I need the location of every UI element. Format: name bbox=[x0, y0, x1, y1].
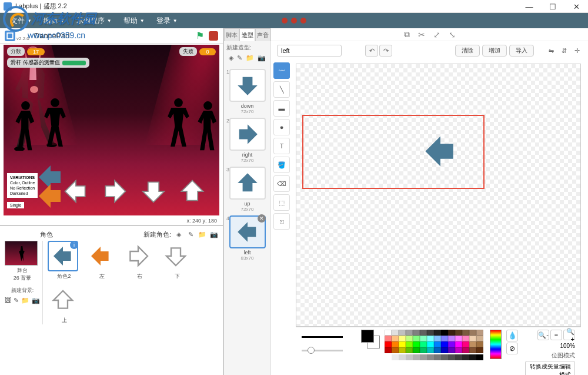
sprite-item-上[interactable]: i上 bbox=[48, 285, 81, 324]
eyedropper-icon[interactable]: 💧 bbox=[506, 330, 518, 341]
maximize-button[interactable]: ☐ bbox=[541, 0, 564, 13]
tab-scripts[interactable]: 脚本 bbox=[224, 28, 239, 41]
new-sprite-label: 新建角色: bbox=[143, 230, 171, 239]
convert-vector-button[interactable]: 转换成矢量编辑模式 bbox=[525, 361, 575, 375]
eraser-tool[interactable]: ⌫ bbox=[273, 175, 290, 192]
bg-camera-icon[interactable]: 📷 bbox=[32, 297, 40, 304]
color-swatch[interactable] bbox=[361, 330, 380, 349]
brush-size-slider[interactable] bbox=[302, 350, 354, 351]
svg-rect-0 bbox=[7, 33, 13, 39]
paint-canvas[interactable] bbox=[296, 64, 581, 327]
window-dots bbox=[282, 18, 306, 24]
brush-size-control bbox=[302, 330, 354, 351]
fullscreen-icon[interactable] bbox=[5, 31, 15, 41]
minimize-button[interactable]: — bbox=[517, 0, 541, 13]
version-label: v2.2.0 bbox=[16, 36, 29, 41]
brush-tool[interactable]: 〰 bbox=[273, 62, 290, 79]
menubar: 文件▼ 编辑▼ 示例程序▼ 帮助▼ 登录▼ bbox=[0, 13, 588, 28]
clear-button[interactable]: 清除 bbox=[455, 45, 480, 57]
zoom-percent: 100% bbox=[525, 343, 575, 349]
costume-upload-icon[interactable]: 📁 bbox=[246, 54, 254, 62]
grow-icon[interactable]: ⤢ bbox=[433, 30, 440, 39]
single-box: Single bbox=[7, 202, 24, 208]
shrink-icon[interactable]: ⤡ bbox=[449, 30, 456, 39]
sprites-label: 角色 bbox=[40, 230, 143, 239]
window-title: Labplus | 盛思 2.2 bbox=[15, 2, 67, 11]
score-value: 17 bbox=[27, 48, 45, 55]
sprite-library-icon[interactable]: ◈ bbox=[175, 231, 183, 239]
ellipse-tool[interactable]: ● bbox=[273, 119, 290, 135]
costume-camera-icon[interactable]: 📷 bbox=[258, 54, 266, 62]
menu-file[interactable]: 文件▼ bbox=[5, 16, 38, 26]
color-spectrum[interactable] bbox=[490, 330, 502, 359]
sprites-panel: 角色 新建角色: ◈ ✎ 📁 📷 舞台 26 背景 新建背景: 🖼 bbox=[0, 225, 223, 375]
center-icon[interactable]: ✛ bbox=[572, 45, 582, 56]
sprite-item-右[interactable]: i右 bbox=[123, 241, 156, 280]
sprite-item-下[interactable]: i下 bbox=[161, 241, 193, 280]
import-button[interactable]: 导入 bbox=[509, 45, 534, 57]
new-costume-label: 新建造型: bbox=[226, 44, 268, 52]
app-icon bbox=[4, 2, 12, 11]
menu-help[interactable]: 帮助▼ bbox=[118, 16, 151, 26]
stop-button[interactable] bbox=[209, 31, 218, 41]
costume-item-right[interactable]: 2right72x70 bbox=[228, 118, 267, 163]
stamp-tool[interactable]: ⏍ bbox=[273, 213, 290, 230]
fill-tool[interactable]: 🪣 bbox=[273, 157, 290, 173]
editor-top-toolbar: ⧉ ✂ ⤢ ⤡ bbox=[271, 28, 588, 41]
project-name[interactable]: DancePad bbox=[34, 31, 191, 40]
close-button[interactable]: ✕ bbox=[564, 0, 588, 13]
fail-value: 0 bbox=[199, 48, 216, 55]
stage[interactable]: 分数17 失败0 滑杆 传感器的测量值 bbox=[4, 45, 219, 215]
sprite-paint-icon[interactable]: ✎ bbox=[186, 231, 195, 239]
zoom-in-button[interactable]: 🔍+ bbox=[563, 330, 575, 340]
redo-button[interactable]: ↷ bbox=[379, 45, 392, 57]
select-tool[interactable]: ⬚ bbox=[273, 194, 290, 211]
costume-library-icon[interactable]: ◈ bbox=[229, 54, 233, 62]
add-button[interactable]: 增加 bbox=[482, 45, 507, 57]
tab-sounds[interactable]: 声音 bbox=[255, 28, 270, 41]
sensor-monitor: 滑杆 传感器的测量值 bbox=[7, 58, 89, 68]
bg-paint-icon[interactable]: ✎ bbox=[14, 297, 19, 304]
fail-label: 失败 bbox=[179, 47, 197, 56]
window-titlebar: Labplus | 盛思 2.2 — ☐ ✕ bbox=[0, 0, 588, 13]
variations-box: VARIATIONS Color, Outline No Reflection … bbox=[7, 173, 38, 198]
stage-thumbnail[interactable] bbox=[5, 241, 38, 266]
bg-library-icon[interactable]: 🖼 bbox=[5, 297, 11, 304]
costume-paint-icon[interactable]: ✎ bbox=[237, 54, 242, 62]
tab-costumes[interactable]: 造型 bbox=[239, 28, 255, 41]
flip-v-icon[interactable]: ⇵ bbox=[559, 45, 569, 56]
costume-item-left[interactable]: 4✕left83x70 bbox=[228, 215, 267, 261]
zoom-reset-button[interactable]: = bbox=[550, 330, 562, 340]
flip-h-icon[interactable]: ⇋ bbox=[546, 45, 556, 56]
costume-item-up[interactable]: 3up72x70 bbox=[228, 167, 267, 212]
stage-coords: x: 240 y: 180 bbox=[0, 217, 223, 225]
text-tool[interactable]: T bbox=[273, 138, 290, 154]
bg-upload-icon[interactable]: 📁 bbox=[21, 297, 29, 304]
sprite-camera-icon[interactable]: 📷 bbox=[210, 231, 218, 239]
line-tool[interactable]: ╲ bbox=[273, 81, 290, 98]
menu-examples[interactable]: 示例程序▼ bbox=[71, 16, 118, 26]
menu-login[interactable]: 登录▼ bbox=[151, 16, 183, 26]
rect-tool[interactable]: ▬ bbox=[273, 100, 290, 117]
color-palette[interactable] bbox=[385, 330, 483, 353]
delete-icon[interactable]: ✂ bbox=[418, 30, 425, 39]
undo-button[interactable]: ↶ bbox=[365, 45, 378, 57]
bitmap-mode-label: 位图模式 bbox=[525, 351, 575, 360]
sprite-item-左[interactable]: i左 bbox=[85, 241, 118, 280]
score-label: 分数 bbox=[7, 47, 25, 56]
stage-header: v2.2.0 DancePad ⚑ bbox=[0, 28, 223, 44]
stage-thumb-label: 舞台 bbox=[5, 267, 40, 274]
duplicate-icon[interactable]: ⧉ bbox=[404, 29, 410, 39]
sprite-upload-icon[interactable]: 📁 bbox=[198, 231, 206, 239]
sprite-item-角色2[interactable]: i角色2 bbox=[48, 241, 81, 280]
costume-name-input[interactable] bbox=[277, 45, 342, 57]
zoom-out-button[interactable]: 🔍- bbox=[537, 330, 549, 340]
costume-item-down[interactable]: 1down72x70 bbox=[228, 69, 267, 114]
no-color-icon[interactable]: ⊘ bbox=[506, 343, 518, 354]
menu-edit[interactable]: 编辑▼ bbox=[38, 16, 71, 26]
gradient-row[interactable] bbox=[385, 354, 483, 360]
green-flag-icon[interactable]: ⚑ bbox=[196, 30, 204, 41]
